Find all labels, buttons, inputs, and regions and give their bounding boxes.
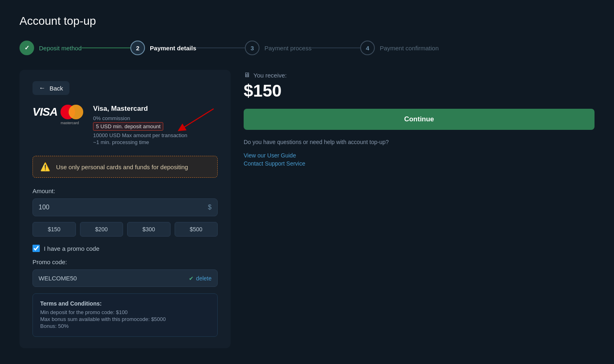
receive-amount: $150 bbox=[244, 81, 595, 101]
promo-check-label: I have a promo code bbox=[44, 245, 99, 252]
mastercard-text: mastercard bbox=[61, 121, 79, 125]
back-button[interactable]: ← Back bbox=[32, 81, 69, 95]
amount-currency: $ bbox=[208, 204, 212, 211]
visa-logo: VISA bbox=[32, 106, 57, 118]
preset-btn-200[interactable]: $200 bbox=[80, 222, 123, 237]
card-processing-time: ~1 min. processing time bbox=[93, 139, 218, 145]
right-panel: 🖥 You receive: $150 Continue Do you have… bbox=[244, 70, 595, 168]
step-3: 3 Payment process bbox=[245, 41, 311, 55]
terms-title: Terms and Conditions: bbox=[40, 300, 210, 307]
step-2-label: Payment details bbox=[150, 45, 196, 52]
promo-checkbox[interactable] bbox=[32, 245, 40, 252]
continue-button[interactable]: Continue bbox=[244, 109, 595, 130]
step-2-circle: 2 bbox=[130, 41, 145, 55]
receive-icon: 🖥 bbox=[244, 71, 250, 79]
warning-box: ⚠️ Use only personal cards and funds for… bbox=[32, 156, 218, 178]
back-button-label: Back bbox=[50, 85, 63, 92]
card-max-amount: 10000 USD Max amount per transaction bbox=[93, 132, 218, 138]
preset-btn-300[interactable]: $300 bbox=[127, 222, 171, 237]
promo-input-wrap[interactable]: ✔ delete bbox=[32, 269, 218, 287]
terms-line-1: Min deposit for the promo code: $100 bbox=[40, 309, 210, 315]
step-4-circle: 4 bbox=[360, 41, 375, 55]
delete-check-icon: ✔ bbox=[189, 275, 194, 282]
promo-delete-button[interactable]: ✔ delete bbox=[189, 275, 212, 282]
stepper: ✓ Deposit method 2 Payment details 3 Pay… bbox=[19, 41, 595, 55]
step-2: 2 Payment details bbox=[130, 41, 196, 55]
step-connector-2 bbox=[196, 47, 245, 48]
user-guide-link[interactable]: View our User Guide bbox=[244, 152, 595, 159]
warning-icon: ⚠️ bbox=[40, 162, 50, 172]
amount-input[interactable] bbox=[39, 199, 208, 216]
card-commission: 0% commission bbox=[93, 115, 218, 121]
support-link[interactable]: Contact Support Service bbox=[244, 160, 595, 167]
preset-btn-150[interactable]: $150 bbox=[32, 222, 76, 237]
mastercard-logo: mastercard bbox=[61, 105, 83, 119]
card-details: Visa, Mastercard 0% commission 5 USD min… bbox=[93, 105, 218, 146]
card-name: Visa, Mastercard bbox=[93, 105, 218, 113]
warning-text: Use only personal cards and funds for de… bbox=[56, 164, 188, 170]
left-panel: ← Back VISA mastercard bbox=[19, 70, 231, 348]
preset-btn-500[interactable]: $500 bbox=[175, 222, 218, 237]
step-1-circle: ✓ bbox=[19, 41, 34, 55]
promo-section-label: Promo code: bbox=[32, 258, 218, 265]
terms-box: Terms and Conditions: Min deposit for th… bbox=[32, 293, 218, 337]
amount-label: Amount: bbox=[32, 187, 218, 194]
page-title: Account top-up bbox=[19, 15, 595, 28]
promo-input[interactable] bbox=[39, 270, 189, 286]
step-3-label: Payment process bbox=[264, 45, 311, 52]
amount-input-wrap[interactable]: $ bbox=[32, 198, 218, 216]
step-1: ✓ Deposit method bbox=[19, 41, 82, 55]
step-4-label: Payment confirmation bbox=[380, 45, 439, 52]
promo-delete-label: delete bbox=[196, 275, 212, 282]
step-1-label: Deposit method bbox=[39, 45, 82, 52]
help-text: Do you have questions or need help with … bbox=[244, 138, 595, 146]
mastercard-orange-circle bbox=[69, 105, 83, 119]
back-arrow-icon: ← bbox=[39, 84, 45, 92]
terms-line-2: Max bonus sum available with this promoc… bbox=[40, 316, 210, 322]
step-connector-1 bbox=[82, 47, 130, 48]
card-info: VISA mastercard Visa, Mastercard 0% comm… bbox=[32, 105, 218, 146]
step-4: 4 Payment confirmation bbox=[360, 41, 439, 55]
step-connector-3 bbox=[311, 47, 360, 48]
terms-line-3: Bonus: 50% bbox=[40, 323, 210, 329]
card-min-deposit: 5 USD min. deposit amount bbox=[93, 122, 163, 131]
receive-label: 🖥 You receive: bbox=[244, 71, 595, 79]
step-3-circle: 3 bbox=[245, 41, 259, 55]
promo-check-row: I have a promo code bbox=[32, 245, 218, 252]
preset-amounts: $150 $200 $300 $500 bbox=[32, 222, 218, 237]
receive-label-text: You receive: bbox=[253, 72, 287, 79]
